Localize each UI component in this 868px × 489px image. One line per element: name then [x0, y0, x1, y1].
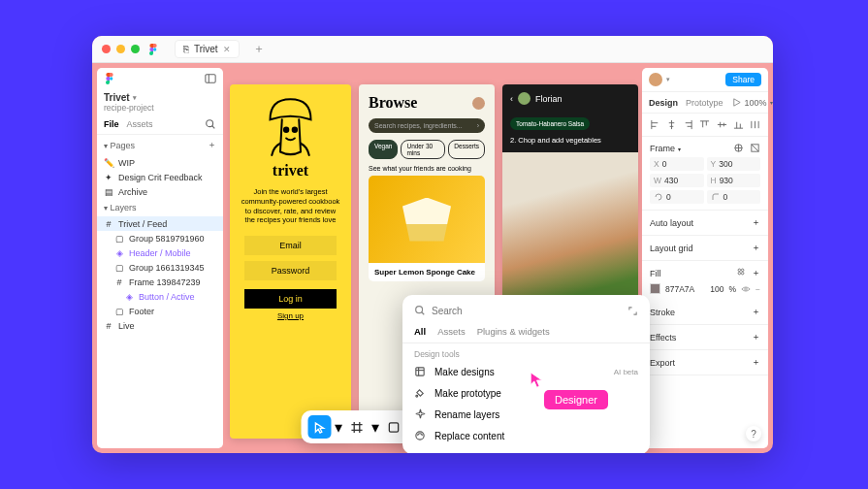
max-dot[interactable] — [131, 45, 140, 53]
page-row[interactable]: ✦Design Crit Feedback — [97, 170, 223, 184]
avatar[interactable] — [472, 97, 485, 110]
search-icon[interactable] — [205, 118, 216, 130]
fill-opacity[interactable]: 100 — [710, 284, 723, 294]
radius-input[interactable]: 0 — [707, 190, 761, 204]
remove-icon[interactable]: − — [755, 284, 760, 294]
add-icon[interactable]: ＋ — [752, 306, 760, 318]
filter-pill[interactable]: Vegan — [369, 140, 398, 159]
layer-label: Live — [118, 321, 135, 331]
add-icon[interactable]: ＋ — [752, 242, 760, 254]
layer-row[interactable]: ◈Button / Active — [97, 289, 223, 304]
w-input[interactable]: W430 — [650, 174, 704, 187]
tab-prototype[interactable]: Prototype — [686, 98, 723, 108]
add-icon[interactable]: ＋ — [752, 216, 760, 229]
login-button[interactable]: Log in — [244, 289, 337, 309]
layer-icon: ▢ — [114, 263, 124, 273]
layer-row[interactable]: #Trivet / Feed — [97, 216, 223, 231]
fill-hex[interactable]: 877A7A — [665, 284, 694, 294]
search-icon — [414, 305, 426, 316]
rotation-input[interactable]: 0 — [650, 190, 704, 204]
resize-icon[interactable] — [733, 143, 744, 153]
help-button[interactable]: ? — [746, 426, 761, 441]
signup-link[interactable]: Sign up — [277, 311, 304, 320]
recipe-card[interactable]: Super Lemon Sponge Cake — [369, 176, 485, 281]
add-icon[interactable]: ＋ — [752, 356, 760, 369]
align-right-icon[interactable] — [683, 119, 693, 130]
align-left-icon[interactable] — [650, 119, 660, 130]
align-top-icon[interactable] — [699, 119, 710, 130]
align-vcenter-icon[interactable] — [717, 119, 727, 130]
distribute-icon[interactable] — [750, 119, 760, 130]
layer-row[interactable]: ▢Footer — [97, 304, 223, 318]
layer-row[interactable]: #Live — [97, 318, 223, 333]
action-row[interactable]: Rename layers — [402, 404, 650, 425]
y-input[interactable]: Y300 — [707, 157, 761, 171]
x-input[interactable]: X0 — [650, 157, 704, 171]
filter-pill[interactable]: Desserts — [448, 140, 485, 159]
visibility-icon[interactable] — [741, 284, 751, 294]
layer-row[interactable]: ▢Group 1661319345 — [97, 260, 223, 275]
user-avatar[interactable] — [649, 73, 662, 86]
auto-layout-label[interactable]: Auto layout — [650, 218, 693, 228]
pages-heading[interactable]: Pages — [111, 141, 136, 150]
fit-icon[interactable] — [750, 143, 760, 153]
actions-search-input[interactable] — [432, 306, 622, 316]
layer-label: Trivet / Feed — [118, 219, 167, 229]
new-tab-button[interactable]: ＋ — [253, 41, 265, 57]
export-label[interactable]: Export — [650, 358, 675, 368]
popover-tab[interactable]: Assets — [437, 326, 466, 337]
page-row[interactable]: ▤Archive — [97, 184, 223, 199]
recipe-search[interactable]: Search recipes, ingredients... › — [369, 118, 485, 133]
figma-menu-icon[interactable] — [104, 73, 115, 84]
add-page-button[interactable]: ＋ — [208, 139, 216, 151]
move-tool[interactable] — [308, 415, 332, 439]
styles-icon[interactable] — [736, 267, 746, 277]
fill-label[interactable]: Fill — [650, 269, 661, 278]
chevron-down-icon[interactable]: ▾ — [133, 94, 137, 102]
filter-pill[interactable]: Under 30 mins — [401, 140, 445, 159]
popover-tab[interactable]: Plugins & widgets — [477, 326, 550, 337]
tab-design[interactable]: Design — [649, 98, 678, 108]
action-row[interactable]: Make designsAI beta — [402, 361, 650, 382]
effects-label[interactable]: Effects — [650, 333, 676, 342]
shape-tool[interactable] — [382, 415, 405, 439]
share-button[interactable]: Share — [725, 73, 761, 86]
expand-icon[interactable] — [627, 306, 638, 316]
password-field[interactable]: Password — [244, 261, 337, 280]
frame-label[interactable]: Frame — [650, 144, 675, 153]
align-bottom-icon[interactable] — [733, 119, 744, 130]
popover-tab[interactable]: All — [414, 326, 426, 337]
author-avatar[interactable] — [518, 92, 530, 105]
window-tab[interactable]: ⎘ Trivet ✕ — [175, 40, 240, 58]
layer-row[interactable]: ▢Group 5819791960 — [97, 231, 223, 245]
email-field[interactable]: Email — [244, 236, 337, 255]
artboard-login[interactable]: trivet Join the world's largest communit… — [230, 84, 351, 439]
layers-heading[interactable]: Layers — [111, 203, 137, 212]
tab-file[interactable]: File — [104, 119, 119, 129]
back-icon[interactable]: ‹ — [510, 94, 513, 104]
action-row[interactable]: Replace content — [402, 425, 650, 446]
chevron-down-icon[interactable]: ▾ — [666, 76, 670, 83]
frame-tool[interactable] — [345, 415, 369, 439]
zoom-level[interactable]: 100% — [745, 98, 767, 108]
align-hcenter-icon[interactable] — [666, 119, 677, 130]
add-icon[interactable]: ＋ — [752, 267, 760, 279]
page-row[interactable]: ✏️WIP — [97, 155, 223, 170]
fill-swatch[interactable] — [650, 283, 660, 294]
layer-row[interactable]: #Frame 139847239 — [97, 275, 223, 289]
stroke-label[interactable]: Stroke — [650, 308, 675, 317]
svg-point-1 — [110, 77, 113, 80]
file-title[interactable]: Trivet — [104, 92, 130, 103]
h-input[interactable]: H930 — [707, 174, 761, 187]
recipe-tag[interactable]: Tomato-Habanero Salsa — [510, 117, 590, 130]
action-row[interactable]: Make prototype — [402, 382, 650, 404]
min-dot[interactable] — [116, 45, 125, 53]
layer-row[interactable]: ◈Header / Mobile — [97, 245, 223, 260]
close-dot[interactable] — [102, 45, 111, 53]
prototype-play-icon[interactable] — [731, 97, 742, 108]
add-icon[interactable]: ＋ — [752, 331, 760, 343]
close-tab-icon[interactable]: ✕ — [223, 45, 231, 54]
tab-assets[interactable]: Assets — [127, 119, 153, 129]
panel-toggle-icon[interactable] — [205, 73, 216, 84]
layout-grid-label[interactable]: Layout grid — [650, 244, 693, 253]
